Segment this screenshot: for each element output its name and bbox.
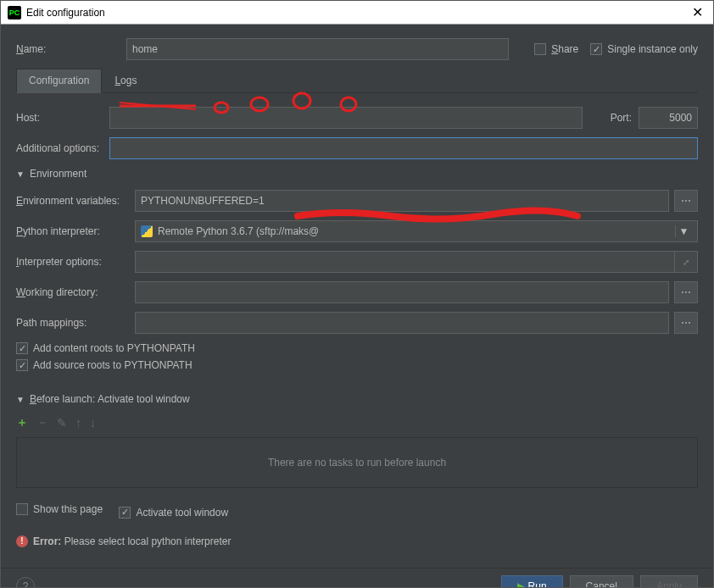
additional-options-label: Additional options: [16, 142, 109, 154]
port-label: Port: [589, 112, 632, 124]
env-vars-label: Environment variables: [16, 195, 135, 207]
tab-configuration[interactable]: Configuration [16, 69, 102, 93]
working-dir-input[interactable] [135, 281, 669, 303]
env-vars-browse-button[interactable]: ⋯ [674, 190, 698, 212]
before-launch-toolbar: ＋ － ✎ ↑ ↓ [16, 415, 698, 430]
show-this-page-label: Show this page [33, 503, 103, 515]
down-icon[interactable]: ↓ [90, 416, 96, 430]
add-source-roots-checkbox[interactable] [16, 359, 28, 371]
close-icon[interactable]: ✕ [689, 4, 706, 20]
env-vars-input[interactable] [135, 190, 669, 212]
titlebar: PC Edit configuration ✕ [1, 1, 713, 25]
name-label: Name: [16, 43, 126, 55]
expand-icon[interactable]: ⤢ [674, 251, 698, 273]
add-icon[interactable]: ＋ [16, 415, 28, 430]
remove-icon[interactable]: － [36, 415, 48, 430]
window-title: Edit configuration [26, 7, 689, 19]
add-content-roots-label: Add content roots to PYTHONPATH [33, 342, 195, 354]
host-input[interactable] [109, 107, 583, 129]
before-launch-title: Before launch: Activate tool window [30, 393, 190, 405]
interpreter-dropdown[interactable]: Remote Python 3.6.7 (sftp://maks@ ▼ [135, 220, 698, 242]
cancel-button[interactable]: Cancel [570, 575, 633, 589]
error-message: Please select local python interpreter [64, 535, 231, 547]
chevron-down-icon: ▼ [16, 169, 25, 179]
working-dir-label: Working directory: [16, 286, 135, 298]
environment-section-header[interactable]: ▼ Environment [16, 168, 698, 180]
error-label: Error: [33, 535, 61, 547]
share-label: Share [551, 43, 578, 55]
no-tasks-label: There are no tasks to run before launch [268, 457, 446, 469]
name-input[interactable] [126, 38, 509, 60]
apply-button[interactable]: Apply [640, 575, 698, 589]
tasks-list: There are no tasks to run before launch [16, 437, 698, 488]
play-icon: ▶ [517, 580, 525, 589]
path-mappings-label: Path mappings: [16, 317, 135, 329]
environment-section-title: Environment [30, 168, 86, 180]
error-row: ! Error: Please select local python inte… [16, 535, 698, 547]
python-icon [141, 225, 153, 237]
single-instance-label: Single instance only [607, 43, 698, 55]
run-button[interactable]: ▶Run [501, 575, 563, 589]
app-icon: PC [8, 6, 21, 19]
path-mappings-browse-button[interactable]: ⋯ [674, 312, 698, 334]
single-instance-checkbox[interactable] [590, 43, 602, 55]
host-label: Host: [16, 112, 109, 124]
error-icon: ! [16, 535, 28, 547]
bottom-bar: ? ▶Run Cancel Apply [1, 568, 713, 589]
activate-tool-window-label: Activate tool window [136, 507, 228, 519]
interpreter-options-input[interactable] [135, 251, 674, 273]
add-source-roots-label: Add source roots to PYTHONPATH [33, 359, 192, 371]
interpreter-options-label: Interpreter options: [16, 256, 135, 268]
add-content-roots-checkbox[interactable] [16, 342, 28, 354]
interpreter-value: Remote Python 3.6.7 (sftp://maks@ [158, 225, 670, 237]
before-launch-section-header[interactable]: ▼ Before launch: Activate tool window [16, 393, 698, 405]
help-icon[interactable]: ? [16, 577, 35, 589]
edit-icon[interactable]: ✎ [57, 416, 67, 430]
path-mappings-input[interactable] [135, 312, 669, 334]
activate-tool-window-checkbox[interactable] [119, 507, 131, 519]
tabs: Configuration Logs [16, 69, 698, 93]
tab-logs[interactable]: Logs [102, 69, 149, 92]
chevron-down-icon: ▼ [16, 395, 25, 404]
share-checkbox[interactable] [534, 43, 546, 55]
chevron-down-icon[interactable]: ▼ [675, 225, 692, 237]
port-input[interactable] [639, 107, 698, 129]
additional-options-input[interactable] [109, 137, 698, 159]
interpreter-label: Python interpreter: [16, 225, 135, 237]
show-this-page-checkbox[interactable] [16, 503, 28, 515]
up-icon[interactable]: ↑ [75, 416, 81, 430]
working-dir-browse-button[interactable]: ⋯ [674, 281, 698, 303]
